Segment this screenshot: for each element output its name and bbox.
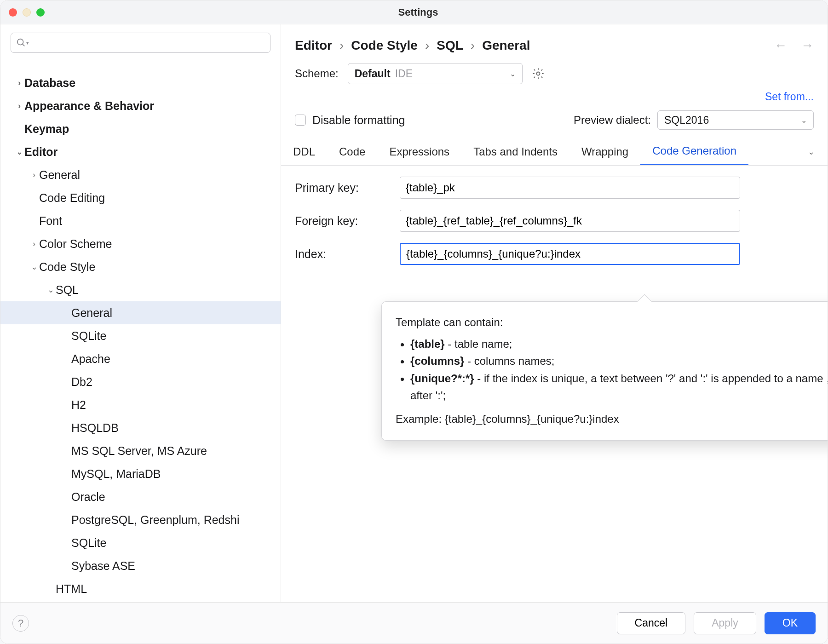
tree-item[interactable]: Db2 xyxy=(0,370,281,393)
breadcrumb-item[interactable]: Editor xyxy=(295,38,332,53)
tree-item[interactable]: ›Color Scheme xyxy=(0,232,281,255)
ok-button[interactable]: OK xyxy=(765,612,816,634)
nav-forward-icon[interactable]: → xyxy=(801,38,814,53)
window-title: Settings xyxy=(45,6,792,18)
apply-button[interactable]: Apply xyxy=(694,612,756,634)
tree-item[interactable]: Font xyxy=(0,209,281,232)
tree-item-label: Editor xyxy=(24,145,58,159)
chevron-down-icon[interactable]: ⌄ xyxy=(46,285,56,295)
tab-expressions[interactable]: Expressions xyxy=(377,139,461,165)
tree-item[interactable]: Apache xyxy=(0,347,281,370)
tree-item-label: Sybase ASE xyxy=(71,559,135,573)
tree-item-label: SQLite xyxy=(71,329,106,343)
tree-item-label: General xyxy=(71,306,112,320)
tree-item[interactable]: Oracle xyxy=(0,485,281,508)
settings-sidebar: ▾ ›Database›Appearance & BehaviorKeymap⌄… xyxy=(0,24,281,602)
tree-item[interactable]: MS SQL Server, MS Azure xyxy=(0,439,281,462)
cancel-button[interactable]: Cancel xyxy=(617,612,686,634)
help-icon[interactable]: ? xyxy=(12,615,29,632)
svg-line-1 xyxy=(23,44,25,46)
chevron-right-icon[interactable]: › xyxy=(29,239,39,249)
chevron-right-icon[interactable]: › xyxy=(14,101,24,111)
tree-item[interactable]: ⌄Code Style xyxy=(0,255,281,278)
set-from-link[interactable]: Set from... xyxy=(765,91,814,103)
chevron-right-icon: › xyxy=(471,38,475,53)
window-controls xyxy=(9,8,45,17)
tree-item-label: Oracle xyxy=(71,490,105,504)
tree-item[interactable]: MySQL, MariaDB xyxy=(0,462,281,485)
primary-key-input[interactable] xyxy=(400,177,740,199)
tree-item-label: Code Style xyxy=(39,260,95,274)
tabs-overflow-icon[interactable]: ⌄ xyxy=(803,140,819,163)
title-bar: Settings xyxy=(0,0,828,24)
tree-item[interactable]: General xyxy=(0,301,281,324)
chevron-right-icon[interactable]: › xyxy=(29,170,39,180)
dialog-footer: ? Cancel Apply OK xyxy=(0,602,828,644)
tree-item-label: Code Editing xyxy=(39,191,105,205)
chevron-right-icon: › xyxy=(339,38,344,53)
tree-item-label: MySQL, MariaDB xyxy=(71,467,161,481)
tab-ddl[interactable]: DDL xyxy=(289,139,327,165)
breadcrumb-item[interactable]: Code Style xyxy=(351,38,418,53)
svg-point-2 xyxy=(536,72,540,75)
nav-back-icon[interactable]: ← xyxy=(774,38,787,53)
tree-item[interactable]: Keymap xyxy=(0,117,281,140)
zoom-window-icon[interactable] xyxy=(36,8,45,17)
gear-icon[interactable] xyxy=(532,67,545,80)
tree-item-label: Font xyxy=(39,214,62,228)
tooltip-item: {columns} - columns names; xyxy=(410,352,828,369)
tree-item[interactable]: HSQLDB xyxy=(0,416,281,439)
settings-tree[interactable]: ›Database›Appearance & BehaviorKeymap⌄Ed… xyxy=(0,58,281,602)
tab-code-generation[interactable]: Code Generation xyxy=(640,138,748,166)
chevron-down-icon[interactable]: ⌄ xyxy=(14,147,24,157)
preview-dialect-select[interactable]: SQL2016 ⌄ xyxy=(657,110,814,130)
tooltip-item: {table} - table name; xyxy=(410,335,828,352)
tree-item[interactable]: HTML xyxy=(0,577,281,600)
tree-item[interactable]: ›Appearance & Behavior xyxy=(0,94,281,117)
settings-search-input[interactable] xyxy=(11,33,270,53)
tree-item[interactable]: ›General xyxy=(0,163,281,186)
tab-code[interactable]: Code xyxy=(327,139,377,165)
chevron-right-icon: › xyxy=(425,38,429,53)
primary-key-label: Primary key: xyxy=(295,181,391,195)
disable-formatting-checkbox[interactable] xyxy=(295,115,306,126)
preview-dialect-value: SQL2016 xyxy=(664,114,709,126)
tooltip-desc: - columns names; xyxy=(464,355,554,367)
tooltip-term: {columns} xyxy=(410,355,464,367)
svg-point-0 xyxy=(17,39,23,45)
tree-item[interactable]: ⌄SQL xyxy=(0,278,281,301)
tree-item[interactable]: PostgreSQL, Greenplum, Redshi xyxy=(0,508,281,531)
tree-item[interactable]: Code Editing xyxy=(0,186,281,209)
tree-item[interactable]: H2 xyxy=(0,393,281,416)
tree-item[interactable]: Sybase ASE xyxy=(0,554,281,577)
tree-item-label: Appearance & Behavior xyxy=(24,99,154,113)
tree-item[interactable]: ›Database xyxy=(0,71,281,94)
scheme-value: Default xyxy=(355,68,391,80)
index-input[interactable] xyxy=(400,243,740,265)
tree-item[interactable]: SQLite xyxy=(0,324,281,347)
tab-wrapping[interactable]: Wrapping xyxy=(569,139,640,165)
settings-main-panel: Editor › Code Style › SQL › General ← → … xyxy=(281,24,828,602)
breadcrumb-item[interactable]: SQL xyxy=(437,38,463,53)
search-dropdown-icon[interactable]: ▾ xyxy=(26,40,29,46)
breadcrumb-item[interactable]: General xyxy=(482,38,530,53)
tooltip-heading: Template can contain: xyxy=(396,314,828,331)
tab-tabs-and-indents[interactable]: Tabs and Indents xyxy=(461,139,569,165)
minimize-window-icon[interactable] xyxy=(23,8,31,17)
tree-item[interactable]: ⌄Editor xyxy=(0,140,281,163)
scheme-suffix: IDE xyxy=(395,68,413,80)
chevron-down-icon: ⌄ xyxy=(801,116,807,125)
foreign-key-label: Foreign key: xyxy=(295,214,391,228)
tree-item-label: Db2 xyxy=(71,375,92,389)
breadcrumb: Editor › Code Style › SQL › General xyxy=(295,38,530,53)
chevron-down-icon[interactable]: ⌄ xyxy=(29,262,39,272)
tooltip-desc: - table name; xyxy=(445,338,512,350)
scheme-select[interactable]: Default IDE ⌄ xyxy=(348,63,523,84)
tree-item[interactable]: SQLite xyxy=(0,531,281,554)
tree-item-label: SQL xyxy=(56,283,79,297)
tree-item-label: MS SQL Server, MS Azure xyxy=(71,444,207,458)
foreign-key-input[interactable] xyxy=(400,210,740,232)
chevron-right-icon[interactable]: › xyxy=(14,78,24,88)
close-window-icon[interactable] xyxy=(9,8,17,17)
scheme-label: Scheme: xyxy=(295,67,339,80)
